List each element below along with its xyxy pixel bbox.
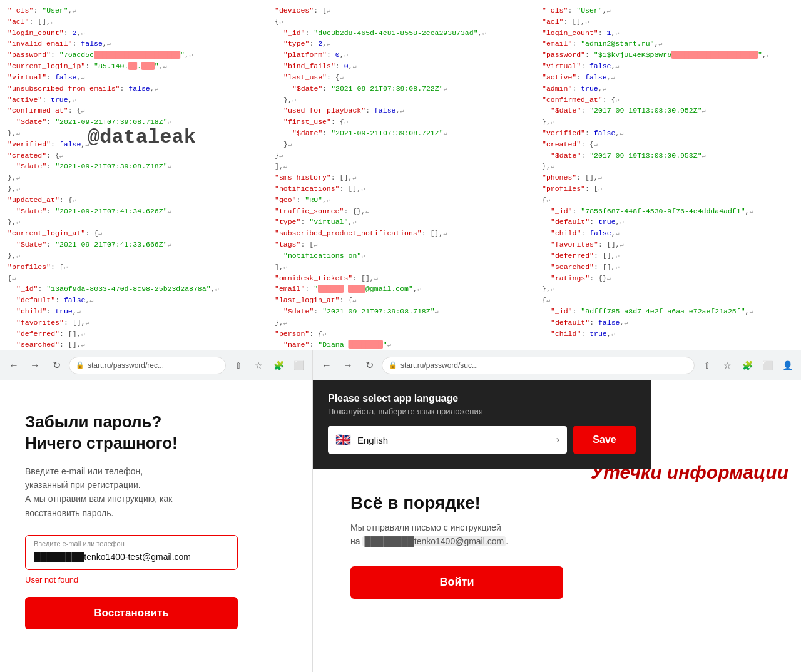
lang-select-box[interactable]: 🇬🇧 English › — [328, 426, 567, 454]
browser-right: ← → ↻ 🔒 start.ru/password/suc... ⇧ ☆ 🧩 ⬜… — [313, 350, 801, 672]
address-text-right: start.ru/password/suc... — [400, 361, 478, 370]
masked-email: ████████tenko1400@gmail.com — [362, 536, 506, 546]
browser-toolbar-right: ← → ↻ 🔒 start.ru/password/suc... ⇧ ☆ 🧩 ⬜… — [313, 350, 801, 380]
language-modal: Please select app language Пожалуйста, в… — [313, 380, 651, 469]
browser-toolbar-left: ← → ↻ 🔒 start.ru/password/rec... ⇧ ☆ 🧩 ⬜ — [0, 350, 312, 380]
pip-button[interactable]: ⬜ — [290, 357, 307, 374]
chevron-right-icon: › — [556, 434, 559, 445]
account-button-right[interactable]: 👤 — [778, 357, 796, 374]
login-button[interactable]: Войти — [350, 566, 563, 599]
forgot-password-subtitle: Введите e-mail или телефон, указанный пр… — [25, 464, 287, 521]
pip-button-right[interactable]: ⬜ — [758, 357, 776, 374]
toolbar-icons-left: ⇧ ☆ 🧩 ⬜ — [230, 357, 307, 374]
restore-button[interactable]: Восстановить — [25, 597, 238, 629]
json-col-1: @dataleak "_cls": "User",↵ "acl": [],↵ "… — [0, 0, 267, 350]
dataleak-watermark: @dataleak — [88, 122, 196, 153]
browser-content-right: Please select app language Пожалуйста, в… — [313, 380, 801, 672]
reload-button-right[interactable]: ↻ — [360, 357, 378, 374]
share-button-right[interactable]: ⇧ — [698, 357, 716, 374]
flag-icon: 🇬🇧 — [335, 432, 351, 447]
json-col-2: "devices": [↵ {↵ "_id": "d0e3b2d8-465d-4… — [267, 0, 534, 350]
browser-left: ← → ↻ 🔒 start.ru/password/rec... ⇧ ☆ 🧩 ⬜… — [0, 350, 313, 672]
toolbar-icons-right: ⇧ ☆ 🧩 ⬜ 👤 — [698, 357, 796, 374]
success-title: Всё в порядке! — [350, 493, 563, 513]
reload-button[interactable]: ↻ — [48, 357, 65, 374]
json-data-area: @dataleak "_cls": "User",↵ "acl": [],↵ "… — [0, 0, 801, 350]
lang-modal-subtitle: Пожалуйста, выберите язык приложения — [328, 407, 636, 416]
success-content: Всё в порядке! Мы отправили письмо с инс… — [350, 493, 563, 599]
save-language-button[interactable]: Save — [573, 426, 636, 454]
puzzle-button-right[interactable]: 🧩 — [738, 357, 756, 374]
forgot-password-title: Забыли пароль? Ничего страшного! — [25, 412, 287, 454]
address-bar-right[interactable]: 🔒 start.ru/password/suc... — [382, 357, 695, 374]
back-button-right[interactable]: ← — [318, 357, 335, 374]
star-button[interactable]: ☆ — [250, 357, 267, 374]
lang-select-row: 🇬🇧 English › Save — [328, 426, 636, 454]
puzzle-button[interactable]: 🧩 — [270, 357, 287, 374]
success-text: Мы отправили письмо с инструкцией на ███… — [350, 521, 563, 549]
back-button[interactable]: ← — [5, 357, 23, 374]
lang-modal-title: Please select app language — [328, 393, 636, 404]
share-button[interactable]: ⇧ — [230, 357, 247, 374]
lock-icon-right: 🔒 — [389, 361, 397, 369]
json-col-3: "_cls": "User",↵ "acl": [],↵ "login_coun… — [534, 0, 801, 350]
lock-icon: 🔒 — [76, 361, 84, 369]
lang-option-text: English — [357, 435, 388, 445]
forward-button-right[interactable]: → — [339, 357, 357, 374]
forward-button[interactable]: → — [26, 357, 44, 374]
input-label: Введите e-mail или телефон — [34, 540, 125, 547]
error-message: User not found — [25, 575, 287, 584]
browsers-area: ← → ↻ 🔒 start.ru/password/rec... ⇧ ☆ 🧩 ⬜… — [0, 350, 801, 672]
browser-content-left: Забыли пароль? Ничего страшного! Введите… — [0, 380, 312, 672]
address-text-left: start.ru/password/rec... — [88, 361, 164, 370]
star-button-right[interactable]: ☆ — [718, 357, 736, 374]
address-bar-left[interactable]: 🔒 start.ru/password/rec... — [69, 357, 226, 374]
email-input-container: Введите e-mail или телефон — [25, 535, 287, 570]
